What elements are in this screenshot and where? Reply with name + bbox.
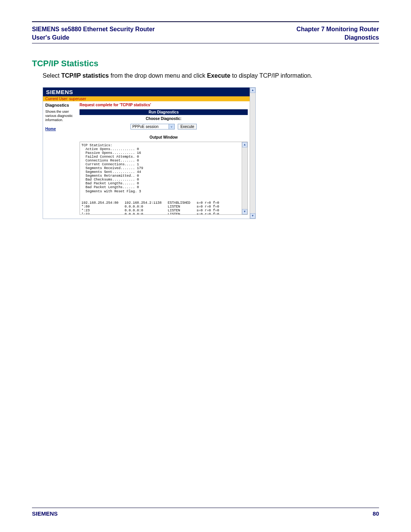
sidebar-desc: Shows the user various diagnostic inform… [45, 110, 75, 123]
output-scrollbar[interactable]: ▲ ▼ [242, 142, 247, 214]
sidebar-title: Diagnostics [45, 103, 75, 107]
doc-title: SIEMENS se5880 Ethernet Security Router [32, 25, 155, 34]
diagnostic-select[interactable]: PPPoE session v [131, 124, 175, 129]
doc-subtitle: User's Guide [32, 34, 155, 42]
footer-brand: SIEMENS [32, 510, 58, 517]
choose-label: Choose Diagnostic: [80, 115, 248, 123]
section-heading: TCP/IP Statistics [32, 59, 379, 69]
chapter-subtitle: Diagnostics [296, 34, 379, 42]
scroll-up-icon[interactable]: ▲ [250, 88, 255, 93]
page-number: 80 [373, 510, 379, 517]
home-link[interactable]: Home [45, 127, 75, 131]
diagnostic-select-value: PPPoE session [132, 125, 159, 129]
output-window-title: Output Window [80, 134, 248, 142]
run-diagnostics-bar: Run Diagnostics [80, 109, 248, 115]
output-window: ▲ ▼ TCP Statistics: Active Opens........… [80, 142, 248, 215]
scroll-down-icon[interactable]: ▼ [242, 209, 247, 214]
section-intro: Select TCP/IP statistics from the drop d… [43, 72, 379, 80]
page-header: SIEMENS se5880 Ethernet Security Router … [32, 23, 379, 43]
execute-button[interactable]: Execute [178, 124, 197, 129]
chevron-down-icon: v [169, 124, 174, 129]
brand-bar: SIEMENS [43, 88, 250, 96]
chapter-title: Chapter 7 Monitoring Router [296, 25, 379, 34]
current-user-bar: Current User: superuser [43, 96, 250, 101]
sidebar: Diagnostics Shows the user various diagn… [43, 101, 77, 219]
status-message: Request complete for 'TCP/IP statistics' [80, 103, 248, 107]
scroll-down-icon[interactable]: ▼ [250, 213, 255, 219]
page-footer: SIEMENS 80 [32, 508, 379, 517]
outer-scrollbar[interactable]: ▲ ▼ [250, 88, 255, 219]
output-text: TCP Statistics: Active Opens............… [80, 142, 247, 215]
embedded-screenshot: ▲ ▼ SIEMENS Current User: superuser Diag… [43, 87, 256, 219]
scroll-up-icon[interactable]: ▲ [242, 142, 247, 147]
